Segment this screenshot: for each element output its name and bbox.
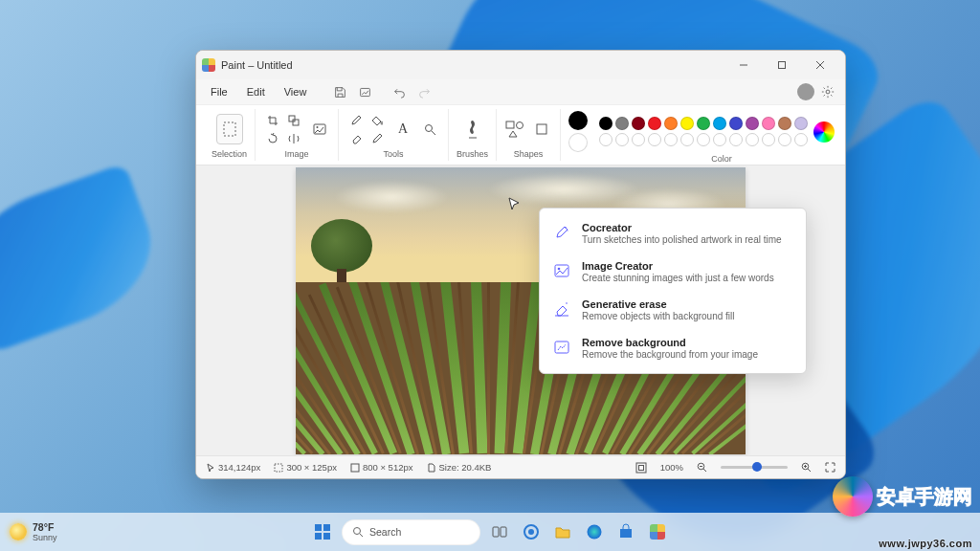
svg-rect-36 — [323, 533, 330, 540]
zoom-slider[interactable] — [721, 466, 788, 469]
task-view-icon[interactable] — [487, 519, 512, 544]
custom-color-slot[interactable] — [680, 133, 694, 146]
maximize-button[interactable] — [763, 52, 801, 78]
flyout-item-title: Remove background — [582, 337, 758, 348]
color-swatch[interactable] — [762, 117, 775, 130]
store-icon[interactable] — [613, 519, 638, 544]
weather-widget[interactable]: 78°FSunny — [10, 521, 57, 542]
custom-color-slot[interactable] — [778, 133, 791, 146]
svg-point-37 — [354, 528, 361, 535]
custom-color-slot[interactable] — [697, 133, 710, 146]
start-button[interactable] — [310, 519, 335, 544]
svg-line-28 — [703, 469, 706, 472]
edit-colors-icon[interactable] — [813, 121, 835, 143]
group-image: Image — [256, 109, 339, 161]
fullscreen-icon[interactable] — [825, 462, 835, 473]
zoom-in-icon[interactable] — [801, 462, 812, 473]
flyout-item[interactable]: Image CreatorCreate stunning images with… — [540, 253, 806, 291]
copilot-icon[interactable] — [519, 519, 544, 544]
eraser-icon[interactable] — [346, 130, 366, 146]
cursor-icon — [506, 196, 523, 213]
settings-icon[interactable] — [816, 81, 839, 102]
minimize-button[interactable] — [724, 52, 763, 78]
flyout-item[interactable]: Generative eraseRemove objects with back… — [540, 291, 806, 329]
flip-icon[interactable] — [284, 130, 303, 146]
menu-view[interactable]: View — [276, 83, 316, 100]
zoom-level[interactable]: 100% — [660, 462, 683, 473]
edge-icon[interactable] — [582, 519, 607, 544]
svg-rect-13 — [506, 121, 514, 128]
color-swatch[interactable] — [599, 117, 612, 130]
menu-file[interactable]: File — [202, 83, 236, 100]
import-icon[interactable] — [353, 81, 376, 102]
svg-line-38 — [360, 534, 363, 537]
brushes-dropdown[interactable] — [459, 114, 486, 144]
color-swatch[interactable] — [680, 117, 694, 130]
custom-color-slot[interactable] — [794, 133, 808, 146]
color-swatch[interactable] — [632, 117, 645, 130]
custom-color-slot[interactable] — [729, 133, 743, 146]
custom-color-slot[interactable] — [632, 133, 645, 146]
cursor-position: 314,124px — [206, 462, 260, 473]
save-icon[interactable] — [328, 81, 351, 102]
svg-point-17 — [567, 230, 568, 231]
custom-color-slot[interactable] — [615, 133, 629, 146]
resize-icon[interactable] — [284, 112, 303, 128]
color-swatch[interactable] — [697, 117, 710, 130]
svg-rect-39 — [493, 527, 499, 537]
custom-color-slot[interactable] — [746, 133, 759, 146]
pencil-icon[interactable] — [346, 112, 366, 128]
shapes-gallery[interactable] — [504, 119, 525, 140]
custom-color-slot[interactable] — [664, 133, 678, 146]
user-avatar[interactable] — [797, 83, 814, 100]
shape-outline-icon[interactable] — [531, 119, 552, 140]
color-swatch[interactable] — [746, 117, 759, 130]
copilot-flyout: CocreatorTurn sketches into polished art… — [539, 208, 807, 374]
svg-rect-25 — [638, 465, 643, 470]
color-swatch[interactable] — [648, 117, 661, 130]
custom-color-slot[interactable] — [599, 133, 612, 146]
close-button[interactable] — [801, 52, 839, 78]
fill-icon[interactable] — [368, 112, 387, 128]
canvas-size: 800 × 512px — [350, 462, 413, 473]
explorer-icon[interactable] — [550, 519, 575, 544]
paint-taskbar-icon[interactable] — [645, 519, 670, 544]
canvas-area[interactable]: CocreatorTurn sketches into polished art… — [196, 165, 845, 455]
menu-edit[interactable]: Edit — [238, 83, 274, 100]
color-1[interactable] — [568, 111, 588, 130]
magnifier-icon[interactable] — [419, 119, 440, 140]
selection-tool[interactable] — [216, 114, 243, 144]
flyout-item[interactable]: Remove backgroundRemove the background f… — [540, 329, 806, 367]
color-swatch[interactable] — [794, 117, 808, 130]
custom-color-slot[interactable] — [713, 133, 726, 146]
flyout-item-title: Generative erase — [582, 298, 735, 310]
undo-icon[interactable] — [388, 81, 411, 102]
image-more-icon[interactable] — [309, 119, 330, 140]
svg-line-12 — [432, 131, 435, 135]
svg-point-11 — [425, 124, 432, 131]
svg-rect-4 — [360, 88, 369, 96]
custom-color-slot[interactable] — [648, 133, 661, 146]
file-size: Size: 20.4KB — [427, 462, 492, 473]
color-swatch[interactable] — [778, 117, 791, 130]
picker-icon[interactable] — [368, 130, 387, 146]
color-swatch[interactable] — [713, 117, 726, 130]
svg-point-5 — [826, 90, 830, 94]
color-2[interactable] — [568, 133, 588, 152]
zoom-out-icon[interactable] — [697, 462, 707, 473]
paint-app-icon — [202, 58, 215, 72]
svg-rect-23 — [351, 464, 359, 472]
color-swatch[interactable] — [615, 117, 629, 130]
taskbar-search[interactable]: Search — [342, 519, 480, 545]
color-swatch[interactable] — [664, 117, 678, 130]
svg-point-16 — [565, 227, 567, 229]
custom-color-slot[interactable] — [762, 133, 775, 146]
color-swatch[interactable] — [729, 117, 743, 130]
fit-screen-icon[interactable] — [635, 462, 647, 474]
text-tool-icon[interactable]: A — [392, 119, 413, 140]
crop-icon[interactable] — [263, 112, 282, 128]
menu-bar: File Edit View — [196, 79, 845, 104]
flyout-item[interactable]: CocreatorTurn sketches into polished art… — [540, 214, 806, 253]
url-watermark: www.jwpy36.com — [879, 538, 972, 549]
rotate-icon[interactable] — [263, 130, 282, 146]
